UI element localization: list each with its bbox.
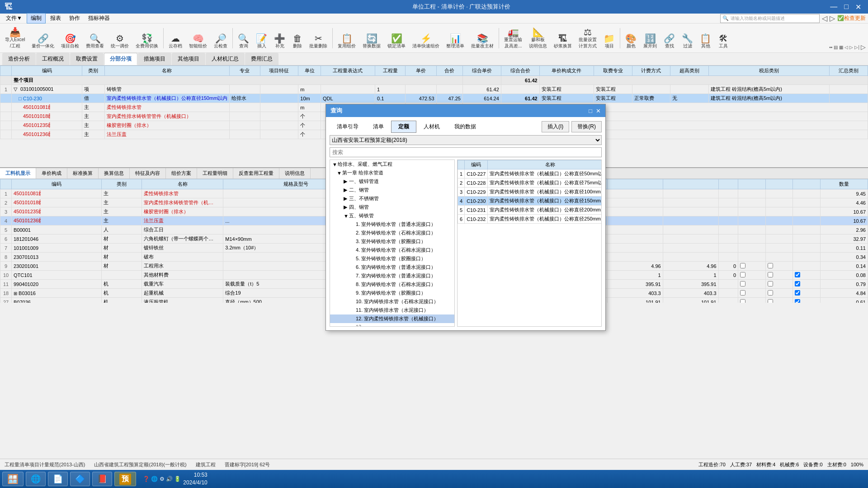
tree-item[interactable]: 6. 室内铸铁给水管（普通水泥接口） [330,263,454,272]
tree-expand-arrow[interactable]: ▼ [332,162,338,167]
brow-18-cb1[interactable] [740,290,745,296]
taskbar-file[interactable]: 📄 [48,472,68,486]
brow-27-cb2[interactable] [768,299,773,303]
brow-10-cb3[interactable] [795,272,800,277]
tree-item[interactable]: 2. 室外铸铁给水管（石棉水泥接口） [330,229,454,237]
reuse-price-button[interactable]: 📋 复用组价 [335,33,359,51]
bottom-tab-trace-qty[interactable]: 反查套用工程量 [233,168,279,178]
tree-item[interactable]: 13... [330,323,454,327]
check-update[interactable]: ✅检查更新 [837,14,866,22]
expand-side[interactable]: ▷ [861,43,866,51]
tab-resources[interactable]: 人材机汇总 [206,53,245,65]
filter-button[interactable]: 🔧 过滤 [679,33,696,51]
taskbar-browser[interactable]: 🌐 [26,472,46,486]
tree-item[interactable]: ▶ 二、钢管 [330,186,454,194]
tree-expand-arrow[interactable]: ▶ [344,187,349,193]
tree-expand-arrow[interactable]: ▼ [344,213,349,219]
brow-9-cb2[interactable] [768,263,773,268]
tree-item[interactable]: 4. 室外铸铁给水管（石棉水泥接口） [330,246,454,254]
cloud-check-button[interactable]: 🔎 云检查 [211,33,230,51]
brow-27-cb1[interactable] [740,299,745,303]
tab-project-overview[interactable]: 工程概况 [36,53,70,65]
taskbar-app1[interactable]: 🔷 [70,472,90,486]
import-excel-button[interactable]: 📥 导入Excel/工程 [2,26,28,51]
taskbar-budget[interactable]: 预 [114,472,136,486]
transport-button[interactable]: 🚛 重置运输及高差... [501,26,525,51]
replace-button[interactable]: 替换(R) [571,121,602,132]
modal-maximize[interactable]: □ [589,108,592,114]
modal-table-row[interactable]: 6 C10-232 室内柔性铸铁排水管（机械接口）公称直径250mm以内 10m [458,215,602,224]
tab-measures[interactable]: 措施项目 [138,53,171,65]
tree-item[interactable]: 11. 室内铸铁排水管（水泥接口） [330,306,454,314]
brow-9-cb1[interactable] [740,263,745,268]
tab-fee-summary[interactable]: 费用汇总 [245,53,278,65]
bottom-tab-convert-info[interactable]: 换算信息 [99,168,130,178]
minimize-button[interactable]: — [828,3,840,11]
other-button[interactable]: 📋 其他 [697,33,714,51]
modal-tab-my-data[interactable]: 我的数据 [447,121,483,132]
bottom-tab-std-convert[interactable]: 标准换算 [67,168,99,178]
board-button[interactable]: 📐 掺和板说明信息 [526,26,550,51]
quota-select[interactable]: 山西省安装工程预算定额(2018) [330,135,602,145]
menu-edit[interactable]: 编制 [27,13,46,23]
modal-table-row[interactable]: 5 C10-231 室内柔性铸铁排水管（机械接口）公称直径200mm以内 10m [458,206,602,215]
nav-right[interactable]: ▷ [830,14,835,23]
delete-button[interactable]: 🗑 删除 [289,33,305,51]
modal-tab-resources[interactable]: 人材机 [416,121,447,132]
menu-indicator[interactable]: 指标神器 [85,14,113,23]
organize-list-button[interactable]: 📊 整理清单 [443,33,467,51]
modal-table-row[interactable]: 1 C10-227 室内柔性铸铁排水管（机械接口）公称直径50mm以内 10m [458,169,602,178]
tree-expand-arrow[interactable]: ▶ [344,204,349,210]
table-row[interactable]: □ C10-230 借 室内柔性铸铁排水管（机械接口）公称直径150mm以内 给… [0,94,868,103]
bottom-tab-notes[interactable]: 说明信息 [279,168,311,178]
brow-10-cb2[interactable] [768,272,773,277]
close-button[interactable]: ✕ [853,3,863,11]
table-row[interactable]: 1 ▽ 031001005001 项 铸铁管 m 1 61.42 安装工程 安装… [0,85,868,94]
smart-price-button[interactable]: 🧠 智能组价 [186,33,210,51]
replace-data-button[interactable]: 🔄 替换数据 [360,33,383,51]
layout-btn3[interactable]: ▦ [839,45,843,50]
brow-11-cb2[interactable] [768,281,773,286]
tree-item-selected[interactable]: 12. 室内柔性铸铁排水管（机械接口） [330,314,454,323]
supplement-button[interactable]: ➕ 补充 [271,33,288,51]
tree-item[interactable]: ▼ 五、铸铁管 [330,211,454,220]
bottom-tab-resources[interactable]: 工料机显示 [0,168,36,178]
bottom-tab-price-compose[interactable]: 单价构成 [36,168,67,178]
modal-tab-quota[interactable]: 定额 [391,121,416,133]
modal-table-row-selected[interactable]: 4 C10-230 室内柔性铸铁排水管（机械接口）公称直径150mm以内 10m [458,197,602,206]
brow-11-cb3[interactable] [795,281,800,286]
expand-icon-1[interactable]: ▽ [14,86,19,92]
bottom-tab-qty-detail[interactable]: 工程量明细 [197,168,233,178]
bottom-tab-features[interactable]: 特征及内容 [130,168,166,178]
modal-table-row[interactable]: 3 C10-229 室内柔性铸铁排水管（机械接口）公称直径100mm以内 10m [458,188,602,197]
insert-button[interactable]: 插入(I) [542,121,569,132]
color-button[interactable]: 🎨 颜色 [623,33,639,51]
tree-item[interactable]: 3. 室外铸铁给水管（胶圈接口） [330,237,454,246]
quantity-price-button[interactable]: 🔗 量价一体化 [29,33,57,51]
nav-prev[interactable]: ◁ [844,45,848,50]
window-controls[interactable]: — □ ✕ [828,3,863,11]
batch-delete-button[interactable]: ✂ 批量删除 [307,33,330,51]
modal-close[interactable]: ✕ [596,108,601,114]
full-fee-button[interactable]: 💱 全费用切换 [133,33,161,51]
nav-end[interactable]: ▷| [854,45,859,50]
tree-expand-arrow[interactable]: ▼ [337,170,342,176]
menu-report[interactable]: 报表 [47,14,65,23]
brow-18-cb3[interactable] [795,290,800,296]
unified-adjust-button[interactable]: ⚙ 统一调价 [108,33,132,51]
taskbar-pdf[interactable]: 📕 [92,472,112,486]
tree-item[interactable]: ▼ 给排水、采暖、燃气工程 [330,160,454,169]
batch-change-button[interactable]: 📚 批量改主材 [468,33,496,51]
tab-fee-settings[interactable]: 取费设置 [70,53,104,65]
modal-tab-list[interactable]: 清单 [366,121,391,132]
cloud-save-button[interactable]: ☁ 云存档 [166,33,185,51]
tree-item[interactable]: ▶ 四、铜管 [330,203,454,211]
maximize-button[interactable]: □ [842,3,851,11]
tree-item[interactable]: 5. 室外铸铁给水管（胶圈接口） [330,254,454,263]
tree-item[interactable]: 9. 室内铸铁给水管（胶圈接口） [330,289,454,297]
tree-item[interactable]: 8. 室内铸铁给水管（石棉水泥接口） [330,280,454,289]
project-check-button[interactable]: 🎯 项目自检 [58,33,82,51]
menu-file[interactable]: 文件▼ [2,14,26,23]
calc-mode-button[interactable]: ⚖ 批量设置计算方式 [576,26,599,51]
expand-button[interactable]: 🔢 展开到 [641,33,660,51]
